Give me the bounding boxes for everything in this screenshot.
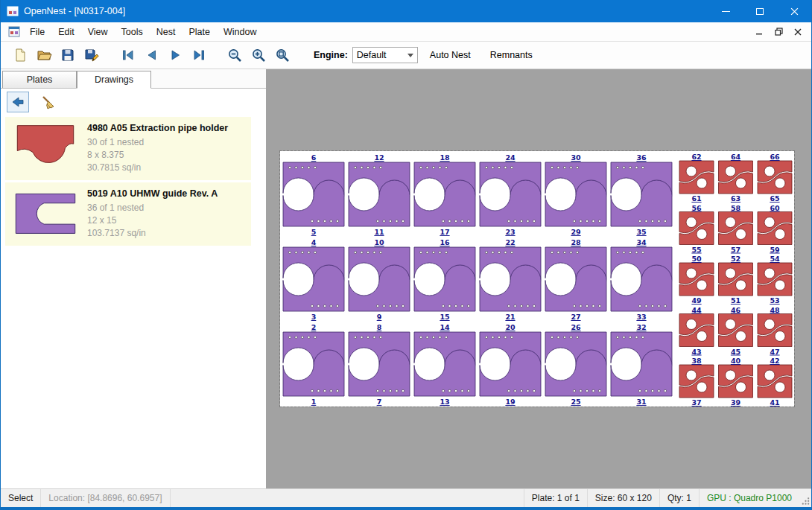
part-number-label[interactable]: 3 <box>311 313 317 321</box>
maximize-button[interactable] <box>743 0 777 22</box>
save-as-button[interactable] <box>80 44 104 66</box>
zoom-fit-button[interactable] <box>270 44 294 66</box>
part-number-label[interactable]: 41 <box>770 398 779 407</box>
part-number-label[interactable]: 38 <box>691 357 702 365</box>
resize-grip[interactable] <box>799 489 811 507</box>
part-number-label[interactable]: 33 <box>636 313 646 321</box>
plate-sheet[interactable]: 6512111817242330293635431091615222128273… <box>280 151 794 407</box>
part-number-label[interactable]: 32 <box>636 323 646 331</box>
part-number-label[interactable]: 56 <box>691 204 702 212</box>
part-number-label[interactable]: 53 <box>770 296 779 305</box>
go-next-button[interactable] <box>163 44 187 66</box>
part-number-label[interactable]: 52 <box>731 255 740 263</box>
part-number-label[interactable]: 9 <box>377 313 382 321</box>
part-number-label[interactable]: 16 <box>440 238 450 246</box>
minimize-button[interactable] <box>708 0 743 22</box>
menu-file[interactable]: File <box>23 24 51 40</box>
part-number-label[interactable]: 34 <box>636 238 647 246</box>
part-number-label[interactable]: 36 <box>636 153 647 162</box>
go-first-button[interactable] <box>115 44 139 66</box>
part-number-label[interactable]: 43 <box>691 348 701 356</box>
part-number-label[interactable]: 49 <box>691 296 701 305</box>
part-number-label[interactable]: 51 <box>731 296 740 305</box>
menu-tools[interactable]: Tools <box>115 24 150 40</box>
part-number-label[interactable]: 15 <box>440 313 449 321</box>
part-number-label[interactable]: 25 <box>571 398 580 406</box>
part-number-label[interactable]: 6 <box>311 153 317 162</box>
part-number-label[interactable]: 27 <box>571 313 580 321</box>
menu-plate[interactable]: Plate <box>182 24 217 40</box>
part-number-label[interactable]: 66 <box>770 153 780 161</box>
part-number-label[interactable]: 11 <box>374 228 384 236</box>
zoom-out-button[interactable] <box>223 44 247 66</box>
part-number-label[interactable]: 4 <box>311 238 317 246</box>
tab-plates[interactable]: Plates <box>2 71 77 88</box>
auto-nest-button[interactable]: Auto Nest <box>422 46 478 64</box>
part-number-label[interactable]: 12 <box>374 153 384 162</box>
part-number-label[interactable]: 55 <box>691 246 701 254</box>
part-number-label[interactable]: 29 <box>571 228 580 236</box>
part-number-label[interactable]: 35 <box>636 228 646 236</box>
part-number-label[interactable]: 28 <box>571 238 581 246</box>
part-number-label[interactable]: 14 <box>440 323 450 331</box>
zoom-in-button[interactable] <box>247 44 270 66</box>
drawing-item-1[interactable]: 4980 A05 Extraction pipe holder 30 of 1 … <box>5 117 251 180</box>
part-number-label[interactable]: 65 <box>770 194 779 203</box>
nest-canvas[interactable]: 6512111817242330293635431091615222128273… <box>266 69 811 488</box>
menu-window[interactable]: Window <box>217 24 263 40</box>
clean-button[interactable] <box>37 92 59 112</box>
part-number-label[interactable]: 22 <box>505 238 515 246</box>
part-number-label[interactable]: 54 <box>770 255 780 263</box>
part-number-label[interactable]: 7 <box>377 398 382 406</box>
part-number-label[interactable]: 1 <box>311 398 317 406</box>
part-number-label[interactable]: 8 <box>377 323 382 331</box>
menu-edit[interactable]: Edit <box>51 24 81 40</box>
part-number-label[interactable]: 39 <box>731 398 740 407</box>
part-number-label[interactable]: 37 <box>691 398 701 407</box>
part-number-label[interactable]: 63 <box>731 194 740 203</box>
part-number-label[interactable]: 64 <box>731 153 741 161</box>
part-number-label[interactable]: 26 <box>571 323 581 331</box>
part-number-label[interactable]: 24 <box>505 153 516 162</box>
drawing-item-2[interactable]: 5019 A10 UHMW guide Rev. A 36 of 1 neste… <box>5 182 251 246</box>
part-number-label[interactable]: 20 <box>505 323 516 331</box>
part-number-label[interactable]: 17 <box>440 228 449 236</box>
part-number-label[interactable]: 10 <box>374 238 384 246</box>
part-number-label[interactable]: 62 <box>691 153 701 161</box>
part-number-label[interactable]: 46 <box>731 306 741 314</box>
part-number-label[interactable]: 18 <box>440 153 450 162</box>
part-number-label[interactable]: 2 <box>311 323 317 331</box>
part-number-label[interactable]: 61 <box>691 194 701 203</box>
part-number-label[interactable]: 23 <box>505 228 515 236</box>
new-button[interactable] <box>8 44 32 66</box>
part-number-label[interactable]: 47 <box>770 348 779 356</box>
go-last-button[interactable] <box>187 44 211 66</box>
open-button[interactable] <box>32 44 56 66</box>
part-number-label[interactable]: 30 <box>571 153 581 162</box>
menu-view[interactable]: View <box>81 24 115 40</box>
part-number-label[interactable]: 50 <box>691 255 702 263</box>
part-number-label[interactable]: 5 <box>311 228 317 236</box>
part-number-label[interactable]: 40 <box>731 357 741 365</box>
mdi-minimize-button[interactable] <box>750 25 768 39</box>
menu-nest[interactable]: Nest <box>150 24 183 40</box>
remnants-button[interactable]: Remnants <box>483 46 540 64</box>
part-number-label[interactable]: 45 <box>731 348 740 356</box>
mdi-close-button[interactable] <box>789 25 807 39</box>
nest-plate-svg[interactable]: 6512111817242330293635431091615222128273… <box>280 151 794 407</box>
part-number-label[interactable]: 48 <box>770 306 780 314</box>
part-number-label[interactable]: 58 <box>731 204 741 212</box>
go-previous-button[interactable] <box>139 44 163 66</box>
part-number-label[interactable]: 44 <box>691 306 702 314</box>
mdi-restore-button[interactable] <box>770 25 787 39</box>
send-to-plate-button[interactable] <box>7 92 29 112</box>
part-number-label[interactable]: 19 <box>505 398 515 406</box>
part-number-label[interactable]: 21 <box>505 313 515 321</box>
part-number-label[interactable]: 31 <box>636 398 646 406</box>
part-number-label[interactable]: 59 <box>770 246 779 254</box>
close-button[interactable] <box>777 0 811 22</box>
part-number-label[interactable]: 60 <box>770 204 780 212</box>
save-button[interactable] <box>56 44 80 66</box>
part-number-label[interactable]: 13 <box>440 398 449 406</box>
part-number-label[interactable]: 42 <box>770 357 779 365</box>
